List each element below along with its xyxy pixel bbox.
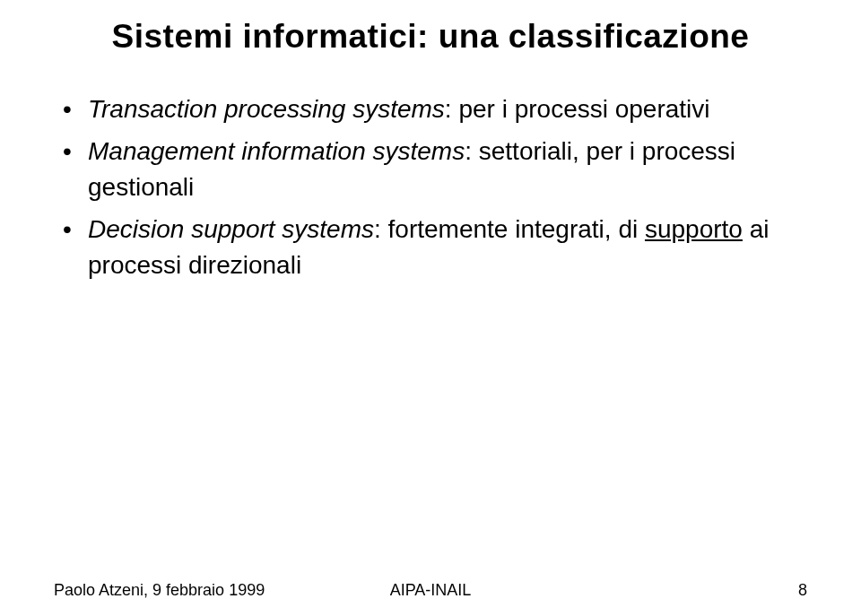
slide-title: Sistemi informatici: una classificazione (54, 18, 807, 56)
footer: Paolo Atzeni, 9 febbraio 1999 AIPA-INAIL… (0, 581, 861, 600)
list-item: Management information systems: settoria… (63, 134, 807, 206)
bullet-sep: : (374, 215, 388, 243)
footer-left: Paolo Atzeni, 9 febbraio 1999 (54, 581, 265, 600)
footer-center: AIPA-INAIL (390, 581, 472, 600)
slide: Sistemi informatici: una classificazione… (0, 0, 861, 616)
bullet-term: Decision support systems (88, 215, 374, 243)
footer-page-number: 8 (798, 581, 807, 600)
bullet-term: Management information systems (88, 137, 465, 165)
bullet-desc: per i processi operativi (458, 95, 709, 123)
list-item: Decision support systems: fortemente int… (63, 212, 807, 284)
bullet-sep: : (445, 95, 459, 123)
bullet-desc: fortemente integrati, di (388, 215, 645, 243)
bullet-list: Transaction processing systems: per i pr… (63, 91, 807, 284)
bullet-sep: : (465, 137, 479, 165)
bullet-underline: supporto (645, 215, 743, 243)
bullet-term: Transaction processing systems (88, 95, 445, 123)
list-item: Transaction processing systems: per i pr… (63, 91, 807, 128)
